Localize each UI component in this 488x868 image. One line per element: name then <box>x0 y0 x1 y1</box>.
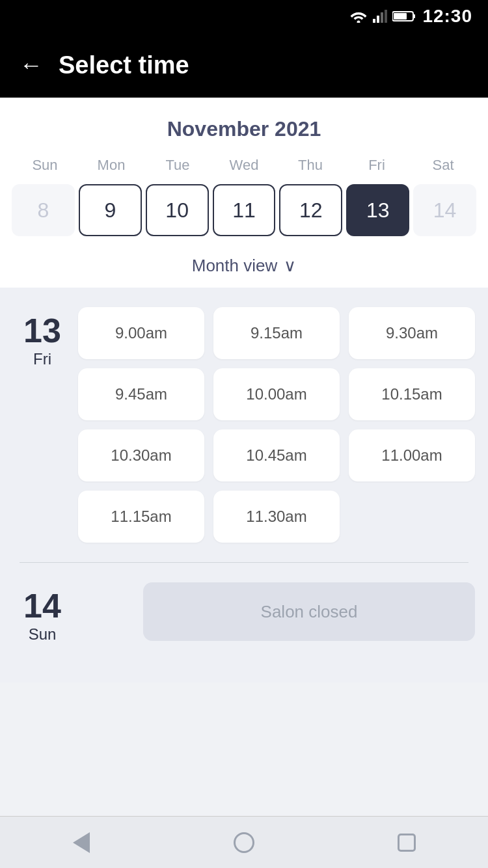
svg-rect-2 <box>377 16 379 23</box>
date-cell-8[interactable]: 8 <box>12 184 75 236</box>
svg-rect-3 <box>381 12 383 23</box>
date-cell-9[interactable]: 9 <box>79 184 142 236</box>
day-section-14: 14 Sun Salon closed <box>13 582 475 644</box>
time-slot-1015am[interactable]: 10.15am <box>349 368 475 420</box>
day-label-13: 13 Fri <box>13 307 72 368</box>
time-slot-900am[interactable]: 9.00am <box>78 307 204 359</box>
date-cell-11[interactable]: 11 <box>213 184 276 236</box>
time-slot-945am[interactable]: 9.45am <box>78 368 204 420</box>
svg-point-0 <box>357 21 360 23</box>
date-row: 8 9 10 11 12 13 14 <box>7 179 481 247</box>
day-number-13: 13 <box>23 314 61 347</box>
time-slot-915am[interactable]: 9.15am <box>213 307 340 359</box>
main-content: 13 Fri 9.00am 9.15am 9.30am 9.45am 10.00… <box>0 288 488 683</box>
bottom-nav <box>0 816 488 868</box>
nav-home-button[interactable] <box>224 823 264 862</box>
time-slot-1045am[interactable]: 10.45am <box>213 429 340 481</box>
page-title: Select time <box>59 51 189 79</box>
time-grid-13: 9.00am 9.15am 9.30am 9.45am 10.00am 10.1… <box>78 307 475 543</box>
chevron-down-icon: ∨ <box>284 256 296 276</box>
day-header-wed: Wed <box>211 152 277 179</box>
status-time: 12:30 <box>422 6 472 27</box>
day-header-sat: Sat <box>410 152 476 179</box>
month-view-label: Month view <box>192 256 278 276</box>
svg-rect-6 <box>413 14 415 18</box>
month-view-toggle[interactable]: Month view ∨ <box>7 247 481 288</box>
day-header-thu: Thu <box>277 152 344 179</box>
date-cell-14[interactable]: 14 <box>413 184 476 236</box>
time-slot-1100am[interactable]: 11.00am <box>349 429 475 481</box>
time-slots-14: Salon closed <box>78 582 475 641</box>
time-slot-1130am[interactable]: 11.30am <box>213 491 340 543</box>
nav-recents-button[interactable] <box>387 823 426 862</box>
day-label-14: 14 Sun <box>13 582 72 644</box>
time-slots-13: 9.00am 9.15am 9.30am 9.45am 10.00am 10.1… <box>78 307 475 543</box>
day-divider <box>20 562 468 563</box>
time-slot-930am[interactable]: 9.30am <box>349 307 475 359</box>
salon-closed-label: Salon closed <box>143 582 475 641</box>
battery-icon <box>392 10 416 22</box>
wifi-icon <box>349 10 368 23</box>
day-name-fri: Fri <box>33 350 51 368</box>
header: ← Select time <box>0 33 488 98</box>
signal-icon <box>373 10 387 23</box>
month-year-label: November 2021 <box>7 111 481 152</box>
recents-nav-icon <box>398 834 416 852</box>
time-slot-1030am[interactable]: 10.30am <box>78 429 204 481</box>
date-cell-12[interactable]: 12 <box>279 184 342 236</box>
date-cell-13[interactable]: 13 <box>346 184 409 236</box>
day-header-sun: Sun <box>12 152 78 179</box>
svg-rect-7 <box>394 13 407 20</box>
day-number-14: 14 <box>23 589 61 623</box>
status-bar: 12:30 <box>0 0 488 33</box>
day-headers: Sun Mon Tue Wed Thu Fri Sat <box>7 152 481 179</box>
time-slot-1115am[interactable]: 11.15am <box>78 491 204 543</box>
back-button[interactable]: ← <box>20 53 43 77</box>
nav-back-button[interactable] <box>62 823 101 862</box>
status-icons <box>349 10 416 23</box>
day-name-sun: Sun <box>29 625 57 644</box>
home-nav-icon <box>234 832 254 853</box>
svg-rect-4 <box>385 10 387 23</box>
back-nav-icon <box>73 832 90 853</box>
day-section-13: 13 Fri 9.00am 9.15am 9.30am 9.45am 10.00… <box>13 307 475 543</box>
calendar-section: November 2021 Sun Mon Tue Wed Thu Fri Sa… <box>0 98 488 288</box>
day-header-mon: Mon <box>78 152 144 179</box>
day-header-fri: Fri <box>344 152 410 179</box>
time-slot-1000am[interactable]: 10.00am <box>213 368 340 420</box>
day-header-tue: Tue <box>144 152 211 179</box>
date-cell-10[interactable]: 10 <box>146 184 209 236</box>
svg-rect-1 <box>373 19 375 23</box>
